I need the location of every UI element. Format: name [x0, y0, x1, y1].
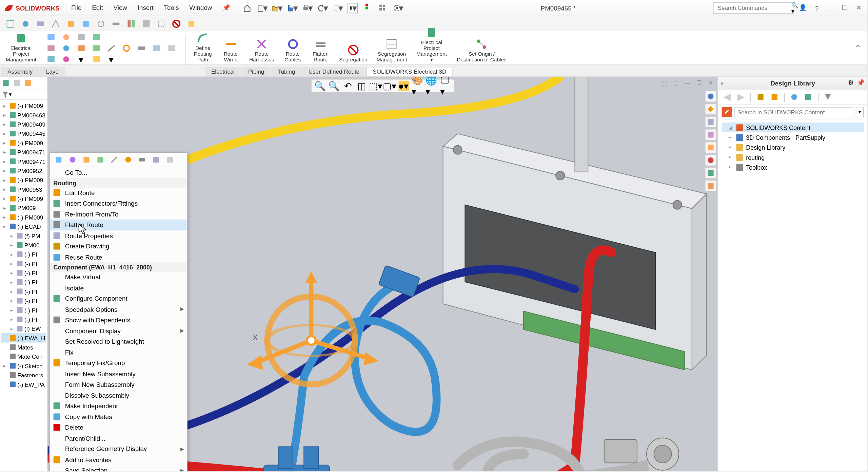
tb-icon-5[interactable] [65, 18, 77, 29]
sm-icon-18[interactable]: ▾ [105, 54, 118, 64]
ct-icon[interactable] [53, 154, 64, 165]
tree-item[interactable]: ▸(-) PI [1, 268, 46, 277]
sm-icon-15[interactable] [59, 54, 72, 64]
tree-item[interactable]: ▸PM00953 [1, 185, 46, 194]
cm-configure-component[interactable]: Configure Component [50, 293, 187, 304]
cm-route-properties[interactable]: Route Properties [50, 230, 187, 241]
tree-item[interactable]: ▸(-) PM009 [1, 138, 46, 147]
side-icon-4[interactable] [705, 129, 716, 140]
tree-item[interactable]: ▸(-) PM009 [1, 194, 46, 203]
ct-icon[interactable] [136, 154, 148, 165]
zoom-area-icon[interactable]: 🔍 [329, 81, 339, 91]
minimize-icon[interactable]: — [826, 3, 836, 13]
cm-edit-route[interactable]: Edit Route [50, 187, 187, 198]
vp-btn-2[interactable]: ⬚ [671, 78, 680, 87]
tb-icon-12[interactable] [171, 18, 182, 29]
edit-appearance-icon[interactable]: 🎨▾ [412, 81, 423, 91]
cm-insert-connectors-fittings[interactable]: Insert Connectors/Fittings [50, 198, 187, 209]
sm-icon-11[interactable] [135, 43, 148, 54]
sm-icon-10[interactable] [120, 43, 133, 54]
ribbon-route-wires[interactable]: Route Wires [218, 36, 243, 64]
search-magnify-icon[interactable]: 🔍 ▾ [791, 1, 798, 14]
rebuild-icon[interactable] [363, 3, 373, 13]
side-icon-6[interactable] [705, 154, 716, 166]
tb-icon-2[interactable] [20, 18, 31, 29]
help-icon[interactable]: ? [812, 3, 822, 13]
dl-icon-4[interactable] [803, 91, 814, 102]
tree-item[interactable]: Mates [1, 342, 46, 352]
tab-tubing[interactable]: Tubing [271, 67, 301, 76]
ribbon-set-origin[interactable]: Set Origin / Destination of Cables [453, 36, 511, 64]
cm-copy-with-mates[interactable]: Copy with Mates [50, 411, 187, 422]
user-icon[interactable]: 👤 [798, 3, 808, 13]
menu-tools[interactable]: Tools [159, 2, 183, 14]
tree-item[interactable]: ▸(-) ECAD [1, 222, 46, 231]
cm-form-new-subassembly[interactable]: Form New Subassembly [50, 379, 187, 390]
cm-re-import-from-to[interactable]: Re-Import From/To [50, 209, 187, 220]
tree-item[interactable]: ▸(-) PI [1, 287, 46, 296]
tree-item[interactable]: ▸(-) PI [1, 315, 46, 324]
tab-solidworks-electrical-3d[interactable]: SOLIDWORKS Electrical 3D [366, 67, 452, 76]
panel-gear-icon[interactable]: ⚙ [847, 79, 855, 87]
ribbon-route-cables[interactable]: Route Cables [280, 36, 305, 64]
dl-icon-5[interactable] [823, 91, 833, 102]
tree-item[interactable]: Fasteners [1, 371, 46, 380]
menu-file[interactable]: File [66, 2, 86, 14]
sm-icon-17[interactable] [90, 54, 102, 64]
vp-btn-4[interactable]: ❐ [694, 78, 704, 87]
tb-icon-1[interactable] [5, 18, 16, 29]
tree-item[interactable]: ▸(-) Sketch [1, 361, 46, 370]
cm-reuse-route[interactable]: Reuse Route [50, 252, 187, 263]
view-orient-icon[interactable]: ⬚▾ [370, 81, 381, 91]
cm-make-independent[interactable]: Make Independent [50, 401, 187, 412]
cm-flatten-route[interactable]: Flatten Route [50, 220, 187, 230]
cm-show-with-dependents[interactable]: Show with Dependents [50, 315, 187, 325]
menu-window[interactable]: Window [185, 2, 217, 14]
vp-btn-1[interactable]: ⬚ [659, 78, 669, 87]
tb-icon-10[interactable] [140, 18, 152, 29]
menu-pin-icon[interactable]: 📌 [218, 2, 235, 14]
dl-back-icon[interactable]: ◀ [722, 91, 732, 102]
home-icon[interactable] [242, 3, 253, 13]
tb-icon-13[interactable] [186, 18, 197, 29]
sm-icon-2[interactable] [59, 32, 72, 42]
new-icon[interactable]: ▾ [257, 3, 268, 13]
undo-icon[interactable]: ▾ [318, 3, 328, 13]
cm-speedpak-options[interactable]: Speedpak Options▶ [50, 304, 187, 315]
cm-isolate[interactable]: Isolate [50, 282, 187, 293]
ct-icon[interactable] [67, 154, 78, 165]
open-icon[interactable]: ▾ [272, 3, 283, 13]
close-icon[interactable]: ✕ [853, 3, 864, 13]
cm-temporary-fix-group[interactable]: Temporary Fix/Group [50, 358, 187, 369]
sm-icon-14[interactable] [44, 54, 57, 64]
ribbon-collapse-icon[interactable]: ⌃ [854, 43, 862, 54]
sm-icon-6[interactable] [59, 43, 72, 54]
vp-btn-5[interactable]: ✕ [706, 78, 715, 87]
display-style-icon[interactable]: ▢▾ [384, 81, 395, 91]
ribbon-route-harnesses[interactable]: Route Harnesses [246, 36, 278, 64]
cm-add-to-favorites[interactable]: Add to Favorites [50, 454, 187, 465]
ribbon-flatten-route[interactable]: Flatten Route [308, 36, 333, 64]
ribbon-electrical-project-mgmt[interactable]: Electrical Project Management [2, 31, 40, 64]
tb-icon-8[interactable] [110, 18, 122, 29]
menu-edit[interactable]: Edit [87, 2, 108, 14]
cm-dissolve-subassembly[interactable]: Dissolve Subassembly [50, 390, 187, 401]
search-commands-input[interactable] [718, 5, 791, 11]
feature-tree-filter[interactable]: ▾ [0, 89, 47, 100]
ct-icon[interactable] [108, 154, 120, 165]
dl-item-toolbox[interactable]: ▸Toolbox [722, 162, 864, 172]
redo-icon[interactable]: ▾ [333, 3, 343, 13]
settings-icon[interactable]: ▾ [393, 3, 403, 13]
cm-set-resolved-to-lightweight[interactable]: Set Resolved to Lightweight [50, 336, 187, 347]
tab-assembly[interactable]: Assembly [1, 67, 39, 76]
tb-icon-11[interactable] [156, 18, 167, 29]
tb-icon-3[interactable] [35, 18, 46, 29]
tree-item[interactable]: (-) EW_PA [1, 380, 46, 389]
save-icon[interactable]: ▾ [288, 3, 298, 13]
side-icon-5[interactable] [705, 141, 716, 153]
collapse-panel-icon[interactable]: « [721, 80, 724, 86]
dl-item-design-library[interactable]: ▸Design Library [722, 142, 864, 152]
tree-item[interactable]: ▸PM00952 [1, 166, 46, 175]
vp-btn-3[interactable]: — [683, 78, 692, 87]
tree-item[interactable]: ▸PM009409 [1, 119, 46, 129]
